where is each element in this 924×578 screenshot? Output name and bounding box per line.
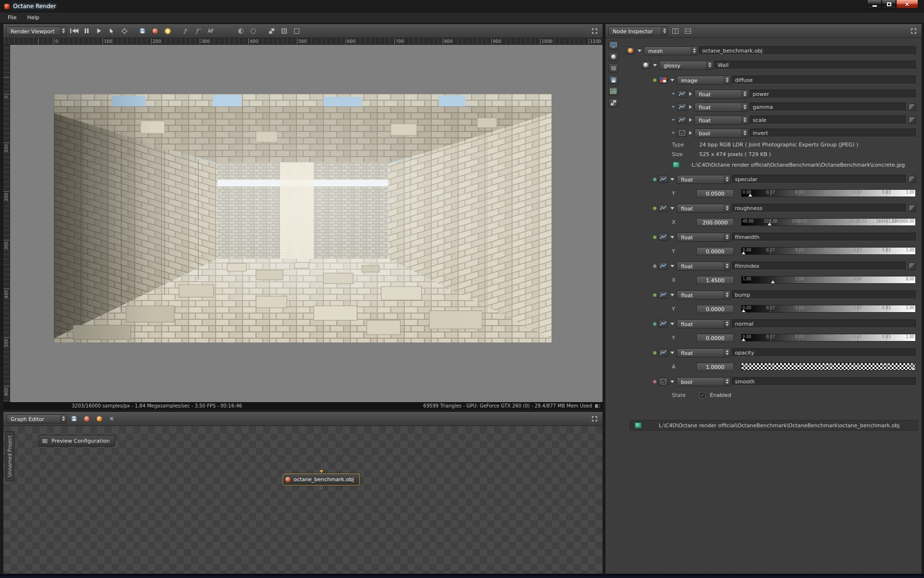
f-curve-a-button[interactable]: ƒ· <box>180 26 191 36</box>
graph-editor-selector-dropdown[interactable]: Graph Editor <box>6 414 67 423</box>
smooth-name-field[interactable]: smooth <box>732 377 916 386</box>
subsample-grid-button[interactable] <box>279 26 289 36</box>
dropdown-spinner-icon[interactable] <box>691 47 697 55</box>
alpha-checker-button[interactable] <box>266 26 277 36</box>
filmindex-type-dropdown[interactable]: float <box>677 262 731 271</box>
add-rendertarget-button[interactable] <box>94 414 104 423</box>
expander-icon[interactable] <box>670 265 674 267</box>
normal-connection-pin-icon[interactable] <box>653 322 657 326</box>
delete-node-button[interactable]: × <box>106 414 117 423</box>
normal-value-input[interactable]: 0.0000 <box>696 334 734 342</box>
filmwidth-slider[interactable]: 0.000.170.330.500.670.831.00 <box>741 247 916 255</box>
preview-configuration-node[interactable]: Preview Configuration <box>38 435 115 447</box>
dropdown-spinner-icon[interactable] <box>724 175 730 184</box>
restart-render-button[interactable] <box>69 26 79 36</box>
dropdown-spinner-icon[interactable] <box>60 27 66 35</box>
opacity-connection-pin-icon[interactable] <box>653 351 657 355</box>
normal-slider[interactable]: 0.000.170.330.500.670.831.00 <box>741 334 916 342</box>
smooth-connection-pin-icon[interactable] <box>653 380 657 384</box>
expander-icon[interactable] <box>672 93 675 95</box>
roughness-rollout-button[interactable] <box>909 205 916 212</box>
roughness-slider-marker[interactable] <box>768 223 771 225</box>
roughness-type-dropdown[interactable]: float <box>677 204 731 213</box>
roughness-connection-pin-icon[interactable] <box>653 206 657 210</box>
mesh-graph-node[interactable]: octane_benchmark.obj <box>282 473 360 486</box>
dropdown-spinner-icon[interactable] <box>724 204 730 212</box>
opacity-slider[interactable]: 0.000.170.330.500.670.831.00 <box>741 363 916 370</box>
gamma-type-dropdown[interactable]: float <box>694 103 748 112</box>
invert-name-field[interactable]: invert <box>750 129 916 137</box>
bump-slider[interactable]: 0.000.170.330.500.670.831.00 <box>741 305 916 313</box>
invert-type-dropdown[interactable]: bool <box>694 129 748 138</box>
expander-icon[interactable] <box>670 79 674 81</box>
octane-benchmark-obj-name-field[interactable]: octane_benchmark.obj <box>699 46 916 55</box>
f-curve-b-button[interactable]: ƒ¯ <box>193 26 204 36</box>
save-disk-icon[interactable] <box>608 75 618 84</box>
dropdown-spinner-icon[interactable] <box>724 233 730 241</box>
normal-type-dropdown[interactable]: float <box>677 319 731 328</box>
normal-name-field[interactable]: normal <box>732 319 916 328</box>
gamma-rollout-button[interactable] <box>909 104 916 111</box>
specular-connection-pin-icon[interactable] <box>653 177 657 182</box>
expand-inspector-button[interactable] <box>908 26 919 36</box>
menu-help[interactable]: Help <box>22 13 44 22</box>
node-inspector-selector-dropdown[interactable]: Node Inspector <box>608 26 668 36</box>
expand-graph-button[interactable] <box>589 414 600 423</box>
specular-type-dropdown[interactable]: float <box>677 175 731 184</box>
close-button[interactable]: × <box>896 0 918 9</box>
graph-canvas[interactable]: Unnamed Project Preview Configuration oc… <box>3 426 603 574</box>
dropdown-spinner-icon[interactable] <box>742 129 748 137</box>
bump-name-field[interactable]: bump <box>732 290 916 299</box>
photo-icon[interactable] <box>608 87 618 96</box>
viewport-canvas[interactable]: 0100200300400500600 <box>3 45 603 409</box>
roughness-slider[interactable]: 40.00216.301169.616324.5634199.52184931.… <box>741 218 916 226</box>
circle-button[interactable] <box>248 26 258 36</box>
wall-type-dropdown[interactable]: glossy <box>659 61 713 70</box>
save-image-button[interactable] <box>137 26 148 36</box>
expander-icon[interactable] <box>670 323 674 325</box>
dropdown-spinner-icon[interactable] <box>724 76 730 84</box>
scale-name-field[interactable]: scale <box>750 116 906 124</box>
bump-connection-pin-icon[interactable] <box>653 293 657 297</box>
expander-icon[interactable] <box>672 132 675 134</box>
node-input-pin-icon[interactable] <box>320 470 323 473</box>
octane-benchmark-obj-type-dropdown[interactable]: mesh <box>644 46 698 55</box>
opacity-name-field[interactable]: opacity <box>732 348 916 357</box>
scale-type-dropdown[interactable]: float <box>694 116 748 125</box>
region-pick-button[interactable] <box>119 26 129 36</box>
play-icon[interactable] <box>689 105 692 109</box>
expander-icon[interactable] <box>653 64 657 66</box>
dropdown-spinner-icon[interactable] <box>724 320 730 328</box>
expand-viewport-button[interactable] <box>589 26 600 36</box>
dropdown-spinner-icon[interactable] <box>724 349 730 357</box>
autofocus-button[interactable]: AF <box>205 26 216 36</box>
filmindex-connection-pin-icon[interactable] <box>653 264 657 268</box>
dropdown-spinner-icon[interactable] <box>724 262 730 270</box>
layout-split-button[interactable] <box>670 26 680 36</box>
gamma-name-field[interactable]: gamma <box>750 103 906 111</box>
bump-slider-marker[interactable] <box>742 309 745 312</box>
filmindex-slider[interactable]: 1.002.004.008.00 <box>741 276 916 284</box>
film-region-button[interactable] <box>291 26 302 36</box>
dropdown-spinner-icon[interactable] <box>724 291 730 299</box>
play-icon[interactable] <box>689 92 692 96</box>
expander-icon[interactable] <box>638 50 642 52</box>
expander-icon[interactable] <box>670 352 674 354</box>
diffuse-connection-pin-icon[interactable] <box>653 78 657 82</box>
filmwidth-name-field[interactable]: filmwidth <box>732 233 916 241</box>
sun-light-button[interactable] <box>162 26 173 36</box>
dropdown-spinner-icon[interactable] <box>60 415 66 423</box>
filmwidth-connection-pin-icon[interactable] <box>653 235 657 239</box>
add-material-button[interactable] <box>81 414 92 423</box>
maximize-button[interactable] <box>882 0 896 9</box>
filmwidth-slider-marker[interactable] <box>742 251 745 254</box>
monitor-icon[interactable] <box>608 40 618 50</box>
bump-type-dropdown[interactable]: float <box>677 290 731 300</box>
play-icon[interactable] <box>689 118 692 122</box>
pause-render-button[interactable] <box>81 26 92 36</box>
filmindex-value-input[interactable]: 1.4500 <box>696 276 734 284</box>
bump-value-input[interactable]: 0.0000 <box>696 305 734 313</box>
checker-icon[interactable] <box>608 98 618 107</box>
dropdown-spinner-icon[interactable] <box>724 378 730 386</box>
viewport-selector-dropdown[interactable]: Render Viewport <box>6 26 67 36</box>
